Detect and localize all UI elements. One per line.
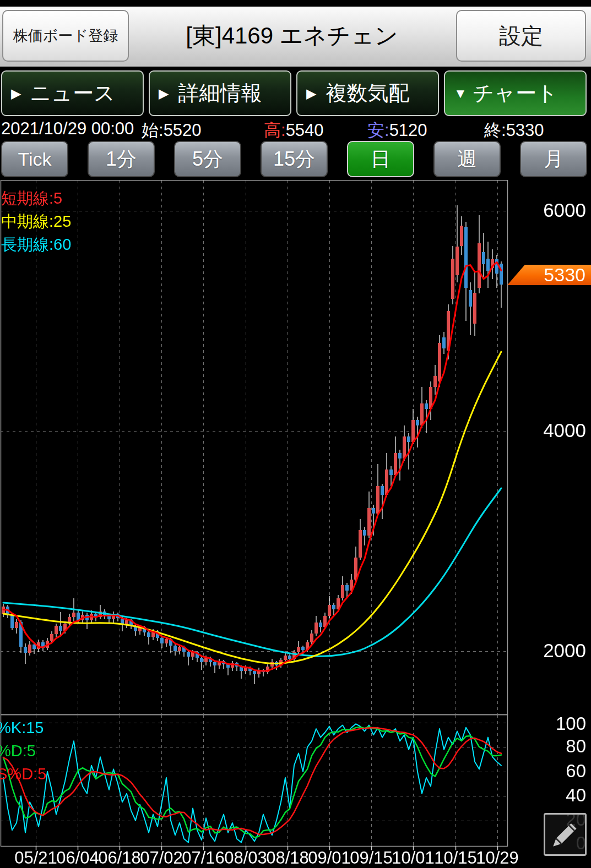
y-axis-label-2000: 2000 [535,640,586,662]
register-board-button[interactable]: 株価ボード登録 [2,10,129,62]
timeframe-5min[interactable]: 5分 [174,141,241,177]
low-label: 安: [367,121,389,140]
tab-label: チャート [473,79,558,107]
legend-stoch-sd: S%D:5 [0,765,46,783]
y-axis-label-6000: 6000 [535,199,586,221]
top-strip [0,0,591,7]
tab-label: 複数気配 [326,79,410,107]
legend-stoch-k: %K:15 [0,719,44,737]
page-title: [東]4169 エネチェン [138,7,446,65]
stoch-label-60: 60 [535,761,586,782]
draw-tool-button[interactable] [544,813,587,856]
stoch-label-40: 40 [535,785,586,806]
legend-stoch-d: %D:5 [0,742,36,760]
arrow-right-icon: ▶ [306,86,316,101]
quote-open: 始:5520 [142,119,202,142]
quote-datetime: 2021/10/29 00:00 [1,119,134,139]
open-label: 始: [142,121,164,140]
settings-button[interactable]: 設定 [456,10,586,62]
low-value: 5120 [389,121,427,140]
legend-ma-mid: 中期線:25 [1,211,71,233]
x-tick-label: 10/29 [472,848,523,868]
close-label: 終: [484,121,506,140]
timeframe-1min[interactable]: 1分 [88,141,155,177]
high-value: 5540 [286,121,324,140]
tab-details[interactable]: ▶ 詳細情報 [149,70,291,116]
legend-ma-short: 短期線:5 [1,188,62,210]
quote-high: 高:5540 [264,119,324,142]
quote-low: 安:5120 [367,119,427,142]
timeframe-month[interactable]: 月 [520,141,587,177]
tab-label: 詳細情報 [178,79,262,107]
legend-ma-long: 長期線:60 [1,234,71,256]
timeframe-week[interactable]: 週 [433,141,501,177]
timeframe-tick[interactable]: Tick [1,141,68,177]
arrow-down-icon: ▼ [454,86,467,101]
open-value: 5520 [164,121,202,140]
quote-close: 終:5330 [484,119,544,142]
chart-canvas[interactable] [0,180,591,868]
tab-news[interactable]: ▶ ニュース [1,70,144,116]
high-label: 高: [264,121,286,140]
stoch-label-100: 100 [535,713,586,734]
tab-chart[interactable]: ▼ チャート [444,70,587,116]
arrow-right-icon: ▶ [159,86,169,101]
arrow-right-icon: ▶ [11,86,21,101]
stoch-label-80: 80 [535,736,586,757]
y-axis-label-4000: 4000 [535,419,586,441]
tab-label: ニュース [30,79,115,107]
close-value: 5330 [506,121,544,140]
timeframe-15min[interactable]: 15分 [261,141,328,177]
timeframe-day[interactable]: 日 [347,141,414,177]
tab-quotes[interactable]: ▶ 複数気配 [296,70,439,116]
pencil-icon [549,818,581,850]
